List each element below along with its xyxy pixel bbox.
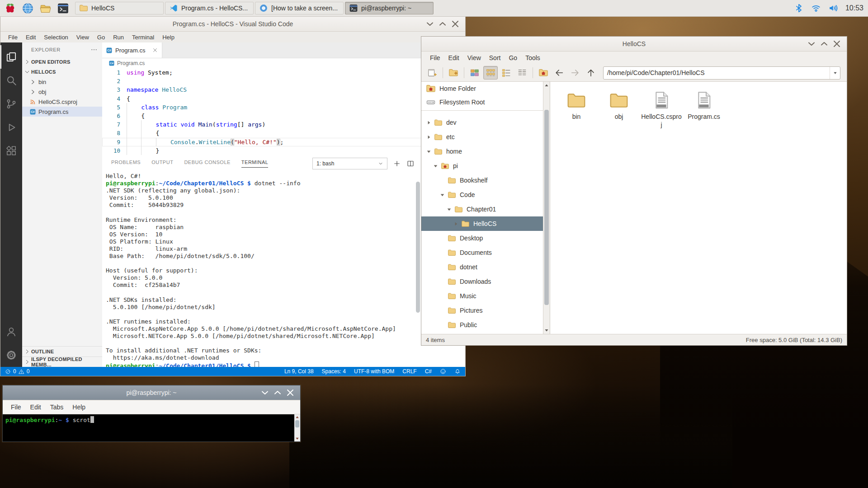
tree-item-hellocs[interactable]: HelloCS	[421, 216, 550, 231]
menu-selection[interactable]: Selection	[40, 34, 72, 41]
code-editor[interactable]: 1using System;23namespace HelloCS4{5clas…	[102, 68, 465, 155]
expand-arrow-icon[interactable]	[426, 120, 432, 126]
scroll-up-icon[interactable]	[295, 415, 300, 420]
launcher-file-manager[interactable]	[38, 1, 52, 15]
collapse-arrow-icon[interactable]	[426, 149, 432, 155]
place-home-folder[interactable]: Home Folder	[421, 82, 550, 95]
maximize-button[interactable]	[272, 388, 283, 397]
home-button[interactable]	[536, 66, 551, 80]
tree-item-downloads[interactable]: Downloads	[421, 274, 550, 289]
minimize-button[interactable]	[259, 388, 270, 397]
up-button[interactable]	[584, 66, 598, 80]
menu-file[interactable]: File	[426, 54, 444, 61]
taskbar-window-program-cs-hellocs[interactable]: Program.cs - HelloCS...	[165, 2, 254, 14]
tray-volume[interactable]	[828, 3, 838, 13]
section-outline[interactable]: OUTLINE	[22, 346, 102, 357]
menu-edit[interactable]: Edit	[22, 34, 40, 41]
notifications-bell-icon[interactable]	[454, 368, 461, 375]
minimize-button[interactable]	[806, 39, 817, 48]
new-folder-button[interactable]	[446, 66, 461, 80]
collapse-arrow-icon[interactable]	[433, 163, 439, 169]
menu-view[interactable]: View	[72, 34, 93, 41]
file-manager-titlebar[interactable]: HelloCS	[421, 37, 847, 52]
activity-run-debug[interactable]	[0, 116, 22, 139]
problems-status[interactable]: 0 0	[5, 368, 29, 375]
split-terminal-icon[interactable]	[406, 160, 415, 168]
status-c[interactable]: C#	[425, 368, 432, 375]
menu-run[interactable]: Run	[109, 34, 128, 41]
shell-selector[interactable]: 1: bash	[312, 158, 387, 169]
menu-edit[interactable]: Edit	[26, 404, 46, 411]
terminal-screen[interactable]: pi@raspberrypi:~ $ scrot	[3, 414, 300, 441]
status-crlf[interactable]: CRLF	[402, 368, 416, 375]
back-button[interactable]	[552, 66, 566, 80]
menu-go[interactable]: Go	[93, 34, 109, 41]
panel-tab-output[interactable]: OUTPUT	[151, 160, 173, 168]
taskbar-window-how-to-take-a-screen[interactable]: [How to take a screen...	[255, 2, 344, 14]
tree-item-bookshelf[interactable]: Bookshelf	[421, 173, 550, 188]
explorer-item-obj[interactable]: obj	[22, 87, 102, 97]
launcher-terminal[interactable]	[56, 1, 70, 15]
scrollbar-thumb[interactable]	[416, 182, 420, 313]
scroll-up-icon[interactable]	[544, 83, 549, 88]
vscode-titlebar[interactable]: Program.cs - HelloCS - Visual Studio Cod…	[0, 17, 465, 32]
maximize-button[interactable]	[819, 39, 830, 48]
taskbar-window-hellocs[interactable]: HelloCS	[75, 2, 164, 14]
file-bin[interactable]: bin	[555, 87, 598, 121]
activity-extensions[interactable]	[0, 139, 22, 163]
maximize-button[interactable]	[437, 19, 448, 28]
tab-program-cs[interactable]: C# Program.cs	[102, 42, 162, 58]
scrollbar-thumb[interactable]	[544, 110, 549, 305]
close-button[interactable]	[450, 19, 461, 28]
tree-item-dev[interactable]: dev	[421, 115, 550, 130]
collapse-arrow-icon[interactable]	[446, 206, 452, 212]
launcher-web-browser[interactable]	[21, 1, 34, 15]
path-dropdown-button[interactable]	[830, 67, 840, 79]
file-program-cs[interactable]: Program.cs	[683, 87, 725, 121]
new-terminal-icon[interactable]	[393, 160, 401, 168]
panel-tab-terminal[interactable]: TERMINAL	[241, 160, 269, 168]
tree-item-chapter01[interactable]: Chapter01	[421, 202, 550, 216]
project-section[interactable]: HELLOCS	[22, 67, 102, 77]
taskbar-window-pi-raspberrypi[interactable]: pi@raspberrypi: ~	[345, 2, 434, 14]
tree-item-music[interactable]: Music	[421, 289, 550, 303]
explorer-item-program-cs[interactable]: C#Program.cs	[22, 107, 102, 117]
status-utf-8-with-bom[interactable]: UTF-8 with BOM	[354, 368, 394, 375]
panel-tab-debug-console[interactable]: DEBUG CONSOLE	[184, 160, 230, 168]
tree-item-dotnet[interactable]: dotnet	[421, 260, 550, 274]
explorer-item-bin[interactable]: bin	[22, 77, 102, 87]
tray-bluetooth[interactable]	[794, 3, 804, 13]
menu-view[interactable]: View	[463, 54, 485, 61]
expand-arrow-icon[interactable]	[426, 134, 432, 140]
lxterminal-titlebar[interactable]: pi@raspberrypi: ~	[3, 385, 300, 400]
tree-item-pi[interactable]: pi	[421, 159, 550, 173]
integrated-terminal[interactable]: Hello, C#!pi@raspberrypi:~/Code/Chapter0…	[102, 172, 465, 367]
more-actions-icon[interactable]	[90, 46, 98, 53]
menu-edit[interactable]: Edit	[444, 54, 463, 61]
activity-source-control[interactable]	[0, 92, 22, 116]
tree-item-documents[interactable]: Documents	[421, 245, 550, 260]
launcher-applications-menu[interactable]	[3, 1, 17, 15]
tree-item-desktop[interactable]: Desktop	[421, 231, 550, 245]
tree-item-etc[interactable]: etc	[421, 130, 550, 144]
menu-tools[interactable]: Tools	[521, 54, 544, 61]
scrollbar-thumb[interactable]	[295, 420, 299, 427]
detailed-list-button[interactable]	[499, 66, 514, 80]
activity-search[interactable]	[0, 69, 22, 92]
menu-file[interactable]: File	[6, 404, 26, 411]
file-obj[interactable]: obj	[598, 87, 640, 121]
close-button[interactable]	[831, 39, 842, 48]
activity-settings[interactable]	[0, 343, 22, 367]
tree-item-public[interactable]: Public	[421, 318, 550, 332]
menu-help[interactable]: Help	[68, 404, 90, 411]
menu-go[interactable]: Go	[505, 54, 521, 61]
tree-item-home[interactable]: home	[421, 144, 550, 159]
menu-tabs[interactable]: Tabs	[46, 404, 68, 411]
activity-explorer[interactable]	[0, 45, 22, 69]
scroll-down-icon[interactable]	[295, 436, 300, 441]
new-window-button[interactable]	[425, 66, 439, 80]
path-bar[interactable]: /home/pi/Code/Chapter01/HelloCS	[603, 66, 840, 80]
compact-view-button[interactable]	[483, 66, 498, 80]
file-list-view[interactable]: binobjHelloCS.csprojProgram.cs	[550, 82, 847, 334]
file-hellocs-csproj[interactable]: HelloCS.csproj	[640, 87, 683, 129]
